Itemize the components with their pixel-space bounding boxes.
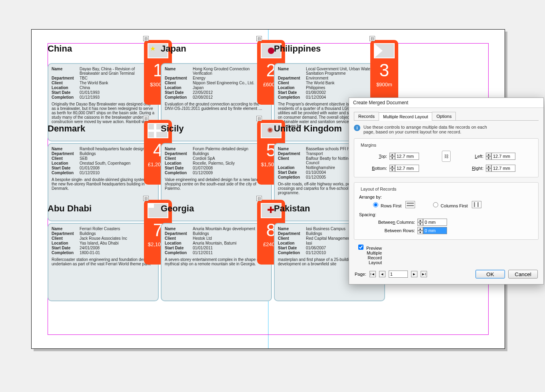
checkbox-preview[interactable]: Preview Multiple Record Layout [354, 245, 382, 265]
country-title: United Kingdom [274, 123, 342, 134]
layout-legend: Layout of Records [359, 187, 398, 191]
field-value: Japan [193, 86, 268, 90]
margin-bottom-down[interactable]: ▼ [389, 168, 395, 172]
margin-right-up[interactable]: ▲ [486, 165, 491, 168]
cancel-button[interactable]: Cancel [508, 270, 538, 279]
field-label: Client [52, 236, 77, 241]
nav-prev-icon[interactable]: ◄ [379, 271, 385, 277]
input-between-rows[interactable] [423, 227, 447, 234]
field-label: Location [52, 161, 77, 165]
field-value: Jack Rouse Associates Inc [80, 236, 155, 241]
field-label: Start Date [278, 90, 303, 95]
field-label: Location [278, 241, 303, 245]
margins-panel: Margins Top: ▲▼ ⛓ Left: ▲▼ [354, 138, 539, 177]
between-rows-up[interactable]: ▲ [417, 227, 423, 231]
field-label: Department [278, 231, 303, 236]
create-merged-document-dialog: Create Merged Document Records Multiple … [349, 98, 544, 285]
between-rows-down[interactable]: ▼ [417, 231, 423, 234]
field-label: Department [278, 76, 303, 80]
field-label: Department [165, 76, 190, 80]
input-margin-left[interactable] [491, 153, 515, 160]
field-label: Client [278, 236, 303, 241]
field-value: 1800-01-01 [80, 251, 155, 255]
field-value: Yas Island, Abu Dhabi [80, 241, 155, 245]
field-value: 01/08/2002 [306, 90, 381, 95]
margin-top-down[interactable]: ▼ [389, 156, 395, 160]
nav-first-icon[interactable]: I◄ [369, 271, 376, 277]
margin-bottom-up[interactable]: ▲ [389, 165, 395, 168]
field-label: Start Date [165, 90, 190, 95]
country-title: China [48, 44, 72, 54]
field-label: Name [52, 147, 77, 151]
input-between-columns[interactable] [423, 219, 447, 226]
field-label: Client [52, 81, 77, 85]
input-margin-bottom[interactable] [395, 165, 419, 172]
record: ChinaNameDayao Bay, China - Revision of … [48, 43, 161, 135]
spinner-between-columns[interactable]: ▲▼ [417, 219, 447, 226]
field-label: Completion [278, 95, 303, 99]
spinner-margin-right[interactable]: ▲▼ [486, 165, 515, 172]
field-label: Client [278, 81, 303, 85]
spinner-margin-left[interactable]: ▲▼ [486, 153, 515, 160]
input-margin-right[interactable] [491, 165, 515, 172]
page-input[interactable] [389, 271, 408, 278]
field-value: Anuria Mountain, Batumi [193, 241, 268, 245]
spinner-margin-bottom[interactable]: ▲▼ [389, 165, 419, 172]
field-label: Completion [165, 251, 190, 255]
between-cols-up[interactable]: ▲ [417, 219, 423, 222]
input-margin-top[interactable] [395, 153, 419, 160]
field-value: Hestok Ltd [193, 236, 268, 241]
field-label: Name [165, 67, 190, 76]
country-title: Georgia [161, 203, 194, 214]
field-label: Department [165, 231, 190, 236]
nav-last-icon[interactable]: ►I [421, 271, 427, 277]
field-value: 01/01/2011 [193, 246, 268, 250]
field-label: Start Date [52, 246, 77, 250]
rows-first-icon [405, 201, 415, 208]
field-label: Location [52, 86, 77, 90]
tab-records[interactable]: Records [354, 112, 379, 120]
ok-button[interactable]: OK [475, 270, 505, 279]
info-label: Use these controls to arrange multiple d… [363, 125, 491, 134]
field-value: Ferrari Roller Coasters [80, 227, 155, 231]
segment-icon: ⊟ [143, 116, 149, 121]
label-margin-left: Left: [455, 154, 483, 159]
field-label: Location [165, 241, 190, 245]
country-title: Philippines [274, 44, 321, 54]
field-label: Location [165, 161, 190, 165]
field-label: Completion [52, 95, 77, 99]
margin-right-down[interactable]: ▼ [486, 168, 491, 172]
tab-multiple-record-layout[interactable]: Multiple Record Layout [379, 112, 433, 121]
field-value: Ramboll headquarters facade design [80, 147, 155, 151]
nav-next-icon[interactable]: ► [411, 271, 417, 277]
record-card: NameFerrari Roller CoastersDepartmentBui… [48, 223, 159, 301]
columns-first-icon [472, 201, 481, 208]
field-value: Rocelle, Palermo, Sicily [193, 161, 268, 165]
field-label: Start Date [165, 166, 190, 170]
spinner-margin-top[interactable]: ▲▼ [389, 153, 419, 160]
field-value: Forum Palermo detailed design [193, 147, 268, 151]
field-value: 01/01/1993 [80, 90, 155, 95]
info-icon: i [354, 125, 360, 131]
margin-top-up[interactable]: ▲ [389, 153, 395, 156]
radio-columns-first[interactable]: Columns First [431, 201, 468, 208]
field-value: China [80, 86, 155, 90]
link-margins-icon[interactable]: ⛓ [442, 151, 451, 162]
spacing-label: Spacing: [359, 212, 533, 217]
spinner-between-rows[interactable]: ▲▼ [417, 227, 447, 234]
field-value: Energy [193, 76, 268, 80]
between-cols-down[interactable]: ▼ [417, 222, 423, 226]
margin-left-up[interactable]: ▲ [486, 153, 491, 156]
field-label: Location [165, 86, 190, 90]
field-value: Buildings [193, 151, 268, 156]
record: JapanNameHong Kong Grouted Connection Ve… [161, 43, 274, 135]
viewport: ChinaNameDayao Bay, China - Revision of … [0, 0, 545, 392]
field-label: Department [52, 76, 77, 80]
field-value: Nippon Steel Engineering Co., Ltd. [193, 81, 268, 85]
layout-panel: Layout of Records Arrange by: Rows First… [354, 182, 539, 240]
radio-rows-first[interactable]: Rows First [371, 201, 401, 208]
margin-left-down[interactable]: ▼ [486, 156, 491, 160]
field-label: Client [165, 236, 190, 241]
tab-options[interactable]: Options [432, 112, 456, 120]
field-value: TBC [80, 76, 155, 80]
